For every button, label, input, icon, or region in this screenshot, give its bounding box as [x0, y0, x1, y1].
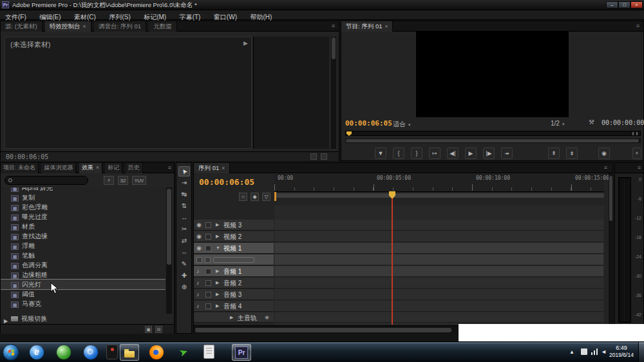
effect-item[interactable]: ▦彩色浮雕 — [1, 202, 166, 212]
scrollbar-thumb[interactable] — [346, 139, 639, 142]
selection-tool[interactable]: ➤ — [178, 166, 190, 176]
go-to-out-button[interactable]: } — [411, 148, 422, 159]
eye-icon[interactable]: ◉ — [196, 245, 202, 251]
filter-yuv-icon[interactable]: YUV — [132, 176, 146, 185]
track-lock-icon[interactable] — [205, 234, 211, 240]
slide-tool[interactable]: ⇔ — [178, 247, 190, 258]
tab-source[interactable]: 源: (无素材) — [1, 21, 43, 32]
razor-tool[interactable]: ✂ — [178, 224, 190, 234]
show-timeline-view-button[interactable]: ▶ — [243, 40, 248, 46]
panel-menu-icon[interactable]: ≡ — [604, 164, 607, 171]
tab-sequence-01[interactable]: 序列 01× — [194, 163, 230, 173]
rate-stretch-tool[interactable]: ↔ — [178, 213, 190, 223]
step-back-button[interactable]: ◀| — [447, 148, 459, 159]
panel-menu-icon[interactable]: ≡ — [636, 23, 639, 29]
tab-media-browser[interactable]: 媒体浏览器 — [41, 163, 76, 173]
taskbar-notepad-icon[interactable] — [204, 345, 214, 359]
panel-menu-icon[interactable]: ≡ — [638, 164, 641, 171]
taskbar-green-arrow-icon[interactable]: ➤ — [175, 343, 193, 361]
tab-program[interactable]: 节目: 序列 01× — [341, 21, 393, 32]
tab-project[interactable]: 项目: 未命名 — [1, 163, 39, 173]
hand-tool[interactable]: ✚ — [178, 271, 190, 281]
track-header-video1[interactable]: ◉ ▼ 视频 1 — [194, 243, 274, 254]
close-button[interactable]: × — [630, 1, 643, 8]
chevron-right-icon[interactable]: ▶ — [216, 234, 219, 239]
effect-item[interactable]: ▦边缘粗糙 — [1, 270, 166, 280]
rolling-edit-tool[interactable]: ⇅ — [178, 201, 190, 211]
volume-icon[interactable]: ◄ — [601, 348, 607, 355]
track-lock-icon[interactable] — [205, 303, 211, 309]
show-desktop-button[interactable] — [638, 342, 644, 362]
timeline-vscrollbar[interactable] — [609, 173, 613, 325]
scrollbar-thumb[interactable] — [332, 37, 336, 59]
playback-resolution-dropdown[interactable]: 1/2 ▼ — [551, 120, 565, 127]
chevron-right-icon[interactable]: ▶ — [216, 280, 219, 285]
chevron-down-icon[interactable]: ▼ — [216, 245, 220, 250]
effects-search-input[interactable] — [15, 177, 85, 184]
speaker-icon[interactable]: ♪ — [196, 291, 200, 298]
maximize-button[interactable]: □ — [618, 1, 630, 8]
filter-32bit-icon[interactable]: 32 — [118, 176, 128, 185]
folder-video-transitions[interactable]: ▶ 视频切换 — [1, 314, 166, 323]
fit-dropdown[interactable]: 适合 ▼ — [393, 120, 412, 129]
effect-controls-scrollbar[interactable] — [331, 37, 336, 149]
tab-close-icon[interactable]: × — [96, 164, 99, 171]
effect-item[interactable]: ▦笔触 — [1, 251, 166, 260]
new-bin-icon[interactable]: ▣ — [145, 326, 152, 333]
taskbar-dark-app-icon[interactable] — [106, 345, 118, 359]
effect-item[interactable]: ▦马赛克 — [1, 299, 166, 309]
track-lock-icon[interactable] — [205, 222, 211, 228]
timeline-current-timecode[interactable]: 00:00:06:05 — [199, 177, 254, 187]
taskbar-firefox-icon[interactable] — [149, 345, 164, 359]
set-display-style-icon[interactable] — [196, 257, 202, 263]
extract-button[interactable]: ⇟ — [566, 148, 578, 159]
effects-scrollbar[interactable] — [166, 187, 172, 314]
set-marker-icon[interactable]: ▽ — [262, 193, 270, 201]
track-lane-master[interactable] — [274, 312, 603, 323]
track-header-audio2[interactable]: ♪ ▶ 音频 2 — [194, 278, 274, 289]
tab-history[interactable]: 历史 — [126, 163, 143, 173]
add-marker-button[interactable]: ▼ — [375, 148, 386, 159]
effect-item[interactable]: ▦阈值 — [1, 289, 166, 299]
scrollbar-thumb[interactable] — [609, 176, 612, 221]
zoom-out-icon[interactable] — [310, 153, 317, 160]
track-lane-video1-keyframes[interactable] — [274, 254, 603, 265]
zoom-in-icon[interactable] — [321, 153, 327, 160]
speaker-icon[interactable]: ♪ — [196, 303, 200, 309]
program-scrollbar[interactable] — [345, 138, 641, 143]
start-button[interactable] — [3, 344, 19, 361]
scrollbar-thumb[interactable] — [167, 189, 171, 265]
ripple-edit-tool[interactable]: ↹ — [178, 189, 190, 200]
encore-marker-icon[interactable]: ◆ — [251, 193, 259, 201]
track-lane-audio1[interactable] — [274, 266, 603, 277]
taskbar-compass-browser-icon[interactable] — [84, 345, 98, 359]
tab-effect-controls[interactable]: 特效控制台× — [45, 21, 91, 32]
work-area-bar[interactable] — [274, 193, 604, 198]
jump-button[interactable]: ↠ — [501, 148, 513, 159]
program-scrub-bar[interactable] — [345, 131, 641, 136]
timeline-ruler[interactable]: 00:00 00:00:05:00 00:00:10:00 00:00:15:0… — [274, 175, 604, 192]
track-header-video2[interactable]: ◉ ▶ 视频 2 — [194, 231, 274, 242]
track-lock-icon[interactable] — [205, 245, 211, 251]
taskbar-ie-icon[interactable]: e — [30, 345, 44, 359]
go-to-in-button[interactable]: { — [393, 148, 404, 159]
taskbar-green-browser-icon[interactable] — [57, 345, 71, 359]
effect-item[interactable]: ▦Alpha 辉光 — [1, 187, 166, 193]
effect-item[interactable]: ▦复制 — [1, 193, 166, 202]
tab-effects[interactable]: 效果× — [79, 163, 102, 173]
track-header-audio1[interactable]: ♪ ▶ 音频 1 — [194, 266, 274, 277]
speaker-icon[interactable]: ♪ — [196, 268, 200, 274]
effect-item-selected[interactable]: ▦闪光灯 — [1, 280, 166, 289]
effect-item[interactable]: ▦材质 — [1, 222, 166, 231]
track-lane-video3[interactable] — [274, 220, 603, 231]
chevron-right-icon[interactable]: ▶ — [230, 315, 233, 320]
settings-wrench-icon[interactable]: ⚒ — [589, 119, 594, 126]
program-playhead[interactable] — [346, 131, 352, 136]
track-header-audio3[interactable]: ♪ ▶ 音频 3 — [194, 289, 274, 300]
track-lock-icon[interactable] — [205, 280, 211, 286]
track-lane-video2[interactable] — [274, 231, 603, 242]
play-in-to-out-button[interactable]: ↦ — [429, 148, 440, 159]
zoom-tool[interactable]: ⊕ — [178, 282, 190, 292]
chevron-right-icon[interactable]: ▶ — [216, 269, 219, 274]
track-lane-audio2[interactable] — [274, 278, 603, 289]
